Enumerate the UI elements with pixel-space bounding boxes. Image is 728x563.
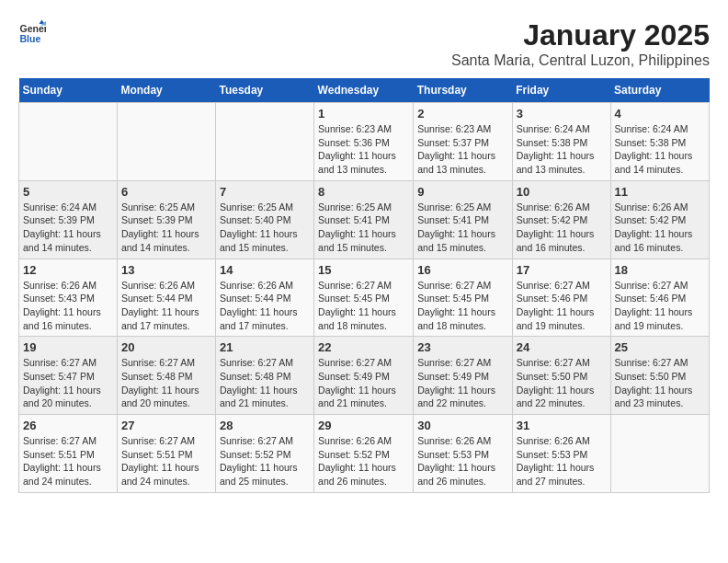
day-info: Sunrise: 6:27 AMSunset: 5:48 PMDaylight:… [121, 356, 211, 410]
day-info: Sunrise: 6:26 AMSunset: 5:42 PMDaylight:… [615, 201, 705, 255]
calendar-cell: 14Sunrise: 6:26 AMSunset: 5:44 PMDayligh… [215, 259, 313, 337]
day-info: Sunrise: 6:27 AMSunset: 5:46 PMDaylight:… [615, 279, 705, 333]
day-info: Sunrise: 6:26 AMSunset: 5:53 PMDaylight:… [417, 434, 507, 488]
calendar-cell: 9Sunrise: 6:25 AMSunset: 5:41 PMDaylight… [414, 180, 512, 259]
day-info: Sunrise: 6:24 AMSunset: 5:39 PMDaylight:… [23, 201, 113, 255]
calendar-cell: 29Sunrise: 6:26 AMSunset: 5:52 PMDayligh… [314, 415, 414, 493]
day-info: Sunrise: 6:27 AMSunset: 5:49 PMDaylight:… [318, 356, 409, 410]
day-info: Sunrise: 6:27 AMSunset: 5:52 PMDaylight:… [220, 434, 310, 488]
day-number: 11 [615, 185, 705, 199]
calendar-cell: 5Sunrise: 6:24 AMSunset: 5:39 PMDaylight… [19, 180, 118, 259]
day-info: Sunrise: 6:26 AMSunset: 5:42 PMDaylight:… [517, 201, 607, 255]
calendar-cell [215, 103, 313, 181]
page-title: January 2025 [451, 18, 710, 52]
svg-text:Blue: Blue [20, 33, 41, 44]
day-info: Sunrise: 6:24 AMSunset: 5:38 PMDaylight:… [615, 122, 705, 177]
day-number: 29 [318, 419, 409, 432]
calendar-cell: 28Sunrise: 6:27 AMSunset: 5:52 PMDayligh… [215, 415, 313, 493]
calendar-cell: 17Sunrise: 6:27 AMSunset: 5:46 PMDayligh… [512, 259, 610, 337]
day-number: 20 [121, 340, 211, 354]
day-number: 25 [615, 340, 705, 354]
weekday-header: Saturday [610, 78, 709, 103]
day-number: 17 [517, 263, 607, 277]
day-number: 4 [615, 107, 705, 121]
day-number: 22 [318, 340, 409, 354]
weekday-header: Thursday [414, 78, 512, 103]
day-number: 14 [220, 263, 310, 277]
calendar-cell: 3Sunrise: 6:24 AMSunset: 5:38 PMDaylight… [512, 103, 610, 181]
weekday-header: Wednesday [314, 78, 414, 103]
day-number: 13 [121, 263, 211, 277]
calendar-cell: 4Sunrise: 6:24 AMSunset: 5:38 PMDaylight… [610, 103, 709, 181]
calendar-cell [19, 103, 118, 181]
weekday-row: SundayMondayTuesdayWednesdayThursdayFrid… [19, 78, 710, 103]
calendar-row: 1Sunrise: 6:23 AMSunset: 5:36 PMDaylight… [19, 103, 710, 181]
calendar-cell: 19Sunrise: 6:27 AMSunset: 5:47 PMDayligh… [19, 337, 118, 415]
calendar-cell: 25Sunrise: 6:27 AMSunset: 5:50 PMDayligh… [610, 337, 709, 415]
day-info: Sunrise: 6:27 AMSunset: 5:50 PMDaylight:… [615, 356, 705, 410]
day-number: 16 [417, 263, 507, 277]
day-number: 28 [220, 419, 310, 432]
day-info: Sunrise: 6:27 AMSunset: 5:51 PMDaylight:… [23, 434, 113, 488]
calendar-cell [610, 415, 709, 493]
calendar-cell: 1Sunrise: 6:23 AMSunset: 5:36 PMDaylight… [314, 103, 414, 181]
calendar-cell: 22Sunrise: 6:27 AMSunset: 5:49 PMDayligh… [314, 337, 414, 415]
day-number: 2 [417, 107, 507, 121]
calendar-cell: 21Sunrise: 6:27 AMSunset: 5:48 PMDayligh… [215, 337, 313, 415]
day-number: 10 [517, 185, 607, 199]
calendar-body: 1Sunrise: 6:23 AMSunset: 5:36 PMDaylight… [19, 103, 710, 493]
calendar-cell: 7Sunrise: 6:25 AMSunset: 5:40 PMDaylight… [215, 180, 313, 259]
calendar-cell: 30Sunrise: 6:26 AMSunset: 5:53 PMDayligh… [414, 415, 512, 493]
calendar-row: 19Sunrise: 6:27 AMSunset: 5:47 PMDayligh… [19, 337, 710, 415]
calendar-row: 12Sunrise: 6:26 AMSunset: 5:43 PMDayligh… [19, 259, 710, 337]
calendar-cell: 10Sunrise: 6:26 AMSunset: 5:42 PMDayligh… [512, 180, 610, 259]
calendar-cell: 16Sunrise: 6:27 AMSunset: 5:45 PMDayligh… [414, 259, 512, 337]
calendar-cell [117, 103, 215, 181]
logo: General Blue [18, 18, 46, 46]
day-info: Sunrise: 6:27 AMSunset: 5:49 PMDaylight:… [417, 356, 507, 410]
day-info: Sunrise: 6:27 AMSunset: 5:45 PMDaylight:… [417, 279, 507, 333]
day-info: Sunrise: 6:23 AMSunset: 5:37 PMDaylight:… [417, 122, 507, 177]
day-info: Sunrise: 6:27 AMSunset: 5:51 PMDaylight:… [121, 434, 211, 488]
day-info: Sunrise: 6:27 AMSunset: 5:45 PMDaylight:… [318, 279, 409, 333]
day-info: Sunrise: 6:26 AMSunset: 5:44 PMDaylight:… [121, 279, 211, 333]
calendar-cell: 13Sunrise: 6:26 AMSunset: 5:44 PMDayligh… [117, 259, 215, 337]
day-number: 9 [417, 185, 507, 199]
day-number: 24 [517, 340, 607, 354]
title-block: January 2025 Santa Maria, Central Luzon,… [451, 18, 710, 69]
day-number: 30 [417, 419, 507, 432]
calendar-cell: 31Sunrise: 6:26 AMSunset: 5:53 PMDayligh… [512, 415, 610, 493]
day-number: 23 [417, 340, 507, 354]
calendar-header: SundayMondayTuesdayWednesdayThursdayFrid… [19, 78, 710, 103]
day-number: 6 [121, 185, 211, 199]
day-info: Sunrise: 6:27 AMSunset: 5:46 PMDaylight:… [517, 279, 607, 333]
calendar-cell: 11Sunrise: 6:26 AMSunset: 5:42 PMDayligh… [610, 180, 709, 259]
day-info: Sunrise: 6:27 AMSunset: 5:50 PMDaylight:… [517, 356, 607, 410]
page-subtitle: Santa Maria, Central Luzon, Philippines [451, 52, 710, 69]
day-info: Sunrise: 6:25 AMSunset: 5:39 PMDaylight:… [121, 201, 211, 255]
day-number: 3 [517, 107, 607, 121]
day-number: 7 [220, 185, 310, 199]
day-number: 12 [23, 263, 113, 277]
day-info: Sunrise: 6:25 AMSunset: 5:40 PMDaylight:… [220, 201, 310, 255]
page-header: General Blue January 2025 Santa Maria, C… [18, 18, 710, 69]
logo-icon: General Blue [18, 18, 46, 46]
day-info: Sunrise: 6:27 AMSunset: 5:48 PMDaylight:… [220, 356, 310, 410]
calendar-cell: 6Sunrise: 6:25 AMSunset: 5:39 PMDaylight… [117, 180, 215, 259]
calendar-table: SundayMondayTuesdayWednesdayThursdayFrid… [18, 78, 710, 493]
calendar-row: 5Sunrise: 6:24 AMSunset: 5:39 PMDaylight… [19, 180, 710, 259]
day-number: 8 [318, 185, 409, 199]
day-info: Sunrise: 6:26 AMSunset: 5:44 PMDaylight:… [220, 279, 310, 333]
day-info: Sunrise: 6:25 AMSunset: 5:41 PMDaylight:… [318, 201, 409, 255]
day-number: 27 [121, 419, 211, 432]
calendar-cell: 15Sunrise: 6:27 AMSunset: 5:45 PMDayligh… [314, 259, 414, 337]
day-info: Sunrise: 6:25 AMSunset: 5:41 PMDaylight:… [417, 201, 507, 255]
day-info: Sunrise: 6:24 AMSunset: 5:38 PMDaylight:… [517, 122, 607, 177]
calendar-cell: 26Sunrise: 6:27 AMSunset: 5:51 PMDayligh… [19, 415, 118, 493]
weekday-header: Sunday [19, 78, 118, 103]
day-number: 21 [220, 340, 310, 354]
calendar-cell: 2Sunrise: 6:23 AMSunset: 5:37 PMDaylight… [414, 103, 512, 181]
day-number: 5 [23, 185, 113, 199]
calendar-cell: 20Sunrise: 6:27 AMSunset: 5:48 PMDayligh… [117, 337, 215, 415]
day-number: 18 [615, 263, 705, 277]
